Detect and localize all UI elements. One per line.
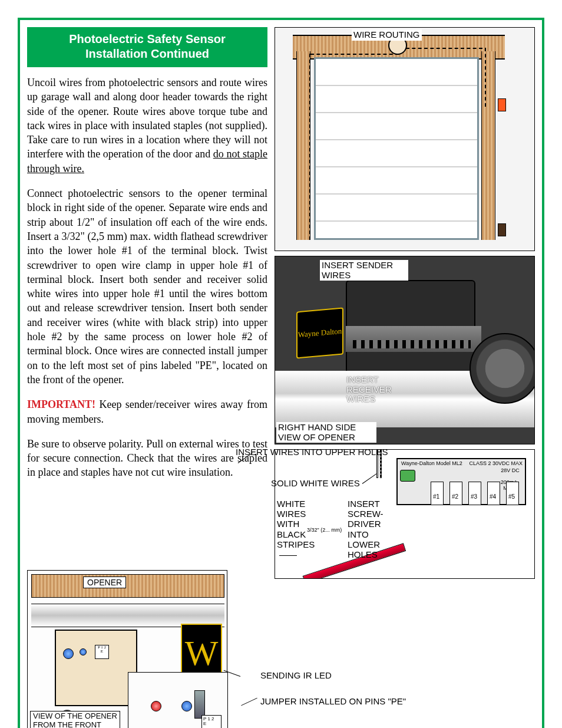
opener-front-frame: P 1 2 E W OPENER P 1 2 E VIEW OF THE OPE…	[27, 570, 227, 728]
pin-stamp: P 1 2 E	[95, 645, 109, 659]
arrow-line-icon	[241, 698, 257, 706]
door-post-left	[296, 51, 310, 240]
pin-2: #2	[452, 493, 458, 500]
paragraph-1: Uncoil wires from photoelectric sensors …	[27, 75, 267, 176]
sensor-orange-icon	[498, 98, 506, 111]
label-white-stripes: WHITE WIRES WITH BLACK STRIPES	[277, 499, 318, 560]
important-label: IMPORTANT!	[27, 398, 95, 410]
pin-4: #4	[490, 493, 496, 500]
page-frame: Photoelectric Safety Sensor Installation…	[18, 18, 544, 728]
diagram-opener-side: Wayne Dalton INSERT SENDER WIRES INSERT …	[275, 256, 535, 444]
paragraph-4: Be sure to observe polarity. Pull on ext…	[27, 437, 267, 480]
label-insert-upper: INSERT WIRES INTO UPPER HOLES	[236, 447, 389, 467]
end-washer	[470, 333, 535, 404]
brand-text: Wayne Dalton	[298, 327, 342, 340]
wire-dashed-1	[310, 54, 399, 55]
label-wire-routing: WIRE ROUTING	[352, 29, 422, 41]
label-insert-upper-text: INSERT WIRES INTO UPPER HOLES	[236, 447, 388, 457]
arrow-line-icon	[362, 473, 377, 484]
title-line-1: Photoelectric Safety Sensor	[69, 32, 226, 45]
green-connector-icon	[400, 470, 415, 482]
rail-assembly	[346, 326, 481, 352]
pin-3: #3	[471, 493, 477, 500]
section-title: Photoelectric Safety Sensor Installation…	[27, 27, 267, 67]
pin-5: #5	[508, 493, 515, 500]
paragraph-3: IMPORTANT! Keep sender/receiver wires aw…	[27, 397, 267, 426]
sensor-brown-icon	[498, 223, 506, 236]
label-opener: OPENER	[83, 577, 126, 588]
brand-plate: Wayne Dalton	[296, 308, 343, 359]
label-solid-white: SOLID WHITE WIRES	[271, 478, 389, 488]
opener-faceplate: P 1 2 E	[55, 630, 137, 706]
garage-door	[314, 57, 479, 240]
label-jumper-pe-text: JUMPER INSTALLED ON PINS "PE"	[260, 696, 406, 706]
label-sending-led: SENDING IR LED	[240, 670, 535, 680]
volts-text: 28V DC	[500, 467, 520, 473]
label-white-stripes-text: WHITE WIRES WITH BLACK STRIPES	[277, 499, 315, 549]
label-insert-screwdriver: INSERT SCREW-DRIVER INTO LOWER HOLES	[348, 499, 389, 560]
arrow-line-icon	[279, 555, 297, 556]
jumper-box-text: P 1 2 E	[203, 716, 214, 726]
label-stack: INSERT WIRES INTO UPPER HOLES SOLID WHIT…	[236, 447, 389, 570]
wire-dashed-left	[309, 54, 310, 240]
pin-stamp-text: P 1 2 E	[98, 645, 106, 654]
paragraph-2: Connect photoelectric sensors to the ope…	[27, 186, 267, 387]
inset-detail: P 1 2 E	[128, 672, 228, 728]
door-post-right	[481, 51, 495, 240]
class-text: CLASS 2 30VDC MAX	[469, 460, 523, 466]
pin-1: #1	[433, 493, 439, 500]
red-led-icon	[151, 701, 161, 711]
label-front-view: VIEW OF THE OPENER FROM THE FRONT	[30, 711, 120, 728]
label-jumper-pe: JUMPER INSTALLED ON PINS "PE"	[240, 696, 535, 706]
wire-dashed-right	[485, 48, 486, 107]
left-column: Photoelectric Safety Sensor Installation…	[27, 27, 267, 570]
blue-button-inset-icon	[181, 701, 192, 711]
label-insert-receiver: INSERT RECEIVER WIRES	[345, 374, 404, 405]
wire-dashed-2	[406, 48, 482, 49]
blue-button-icon	[63, 648, 74, 659]
label-sending-led-text: SENDING IR LED	[260, 670, 332, 680]
model-text: Wayne-Dalton Model ML2	[401, 460, 462, 466]
shaft-icon	[194, 690, 205, 719]
diagram-opener-front: P 1 2 E W OPENER P 1 2 E VIEW OF THE OPE…	[27, 570, 232, 728]
body-text: Uncoil wires from photoelectric sensors …	[27, 75, 267, 480]
terminal-block-body: Wayne-Dalton Model ML2 CLASS 2 30VDC MAX…	[396, 458, 526, 505]
right-column: WIRE ROUTING Wayne Dalton INSERT SENDER …	[275, 27, 535, 570]
front-view-l1: VIEW OF THE OPENER	[33, 711, 117, 720]
front-view-l2: FROM THE FRONT	[33, 720, 101, 728]
blue-button-small-icon	[80, 648, 87, 655]
label-right-hand-view: RIGHT HAND SIDE VIEW OF OPENER	[276, 422, 376, 443]
title-line-2: Installation Continued	[85, 47, 209, 60]
label-insert-sender: INSERT SENDER WIRES	[320, 260, 408, 281]
diagram-wire-routing: WIRE ROUTING	[275, 27, 535, 251]
label-solid-white-text: SOLID WHITE WIRES	[271, 478, 360, 488]
wood-header	[31, 574, 224, 598]
jumper-box: P 1 2 E	[201, 715, 222, 728]
